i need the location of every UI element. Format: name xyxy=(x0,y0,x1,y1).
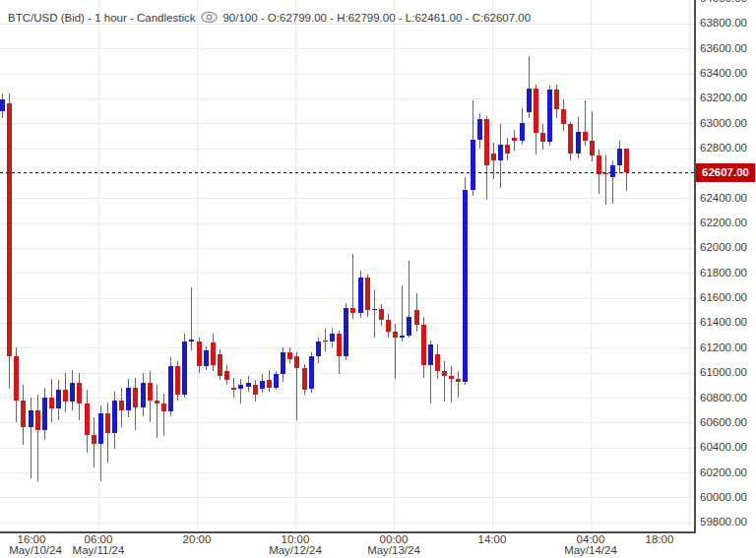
candle xyxy=(484,116,489,200)
candle xyxy=(182,334,187,398)
candle xyxy=(442,361,447,402)
candle xyxy=(534,85,538,155)
candle xyxy=(617,141,622,173)
candle xyxy=(393,324,398,379)
y-axis-label: 60600.00 xyxy=(700,416,747,429)
y-axis-label: 59800.00 xyxy=(700,516,747,528)
candle xyxy=(610,160,615,204)
candle xyxy=(141,373,146,416)
y-axis-label: 63200.00 xyxy=(700,92,747,104)
candle xyxy=(561,99,566,131)
candle xyxy=(7,93,12,389)
chart-title-row: BTC/USD (Bid) - 1 hour - Candlestick 90/… xyxy=(8,10,531,26)
candle xyxy=(294,352,299,419)
candle xyxy=(554,85,559,118)
candle xyxy=(330,328,335,347)
candle xyxy=(126,379,131,417)
chart-ohlc-readout: 90/100 - O:62799.00 - H:62799.00 - L:624… xyxy=(222,12,531,24)
y-axis-label: 63000.00 xyxy=(700,117,747,130)
chart-canvas[interactable] xyxy=(0,0,694,531)
y-axis-label: 64000.00 xyxy=(700,0,747,5)
y-axis-label: 61000.00 xyxy=(700,366,747,379)
candle xyxy=(358,271,363,318)
x-axis-date-label: May/12/24 xyxy=(261,545,330,556)
candle xyxy=(505,138,510,160)
candle xyxy=(56,380,61,420)
y-axis-label: 63400.00 xyxy=(700,67,747,80)
x-axis: 16:00May/10/2406:00May/11/2420:0010:00Ma… xyxy=(0,533,756,558)
candle xyxy=(14,347,19,422)
candle xyxy=(309,352,314,393)
candle xyxy=(133,378,138,430)
candle xyxy=(161,394,166,436)
y-axis-label: 61800.00 xyxy=(700,267,747,279)
candle xyxy=(512,130,517,152)
candle xyxy=(603,155,608,205)
y-axis-label: 62200.00 xyxy=(700,217,747,229)
y-axis-label: 61600.00 xyxy=(700,291,747,304)
candle xyxy=(238,379,243,403)
candle xyxy=(597,150,601,195)
candle xyxy=(281,347,285,381)
candle xyxy=(211,334,216,371)
x-axis-time-label: 14:00 xyxy=(458,534,527,545)
candle xyxy=(316,338,321,362)
candle xyxy=(35,395,40,480)
candle xyxy=(590,111,595,162)
y-axis-label: 62800.00 xyxy=(700,142,747,155)
y-axis: 64000.0063800.0063600.0063400.0063200.00… xyxy=(700,0,756,531)
x-axis-time-label: 18:00 xyxy=(625,534,694,545)
current-price-badge: 62607.00 xyxy=(696,163,755,182)
candle xyxy=(365,275,370,317)
candle xyxy=(344,303,348,360)
y-axis-label: 60400.00 xyxy=(700,441,747,454)
y-axis-label: 60800.00 xyxy=(700,392,747,404)
candle xyxy=(204,346,209,370)
candle xyxy=(175,361,180,400)
candle xyxy=(155,385,159,437)
candle xyxy=(568,122,573,160)
candle xyxy=(77,373,82,420)
candle xyxy=(70,370,75,410)
candle xyxy=(21,385,26,445)
chart-title: BTC/USD (Bid) - 1 hour - Candlestick xyxy=(8,12,195,24)
eye-icon[interactable] xyxy=(201,11,218,26)
candle xyxy=(456,371,461,398)
candle xyxy=(520,108,525,145)
y-axis-label: 62400.00 xyxy=(700,192,747,205)
candle xyxy=(379,304,384,326)
candle xyxy=(49,379,54,422)
candle xyxy=(498,124,503,188)
y-axis-label: 61400.00 xyxy=(700,316,747,329)
candle xyxy=(372,290,377,338)
candle xyxy=(421,317,426,378)
chart-plot-area[interactable] xyxy=(0,0,696,533)
candle xyxy=(119,388,124,428)
x-axis-date-label: May/11/24 xyxy=(64,545,133,556)
candle xyxy=(477,113,482,148)
candle xyxy=(168,357,173,416)
candle xyxy=(400,285,405,341)
candles xyxy=(0,56,629,481)
candle xyxy=(386,314,391,338)
candle xyxy=(218,349,222,381)
candle xyxy=(287,347,292,362)
candle xyxy=(337,331,342,374)
y-axis-label: 63800.00 xyxy=(700,17,747,30)
candle xyxy=(231,378,236,398)
y-axis-label: 62000.00 xyxy=(700,241,747,254)
candlestick-chart-widget: BTC/USD (Bid) - 1 hour - Candlestick 90/… xyxy=(0,0,756,558)
candle xyxy=(260,374,265,393)
candle xyxy=(105,403,110,463)
y-axis-label: 61200.00 xyxy=(700,341,747,354)
candle xyxy=(471,100,475,196)
candle xyxy=(189,287,194,349)
gridlines xyxy=(0,0,694,531)
candle xyxy=(85,390,90,452)
candle xyxy=(0,93,5,118)
candle xyxy=(350,254,355,319)
candle xyxy=(112,392,117,449)
y-axis-label: 63600.00 xyxy=(700,42,747,55)
candle xyxy=(428,341,433,404)
candle xyxy=(527,56,532,118)
